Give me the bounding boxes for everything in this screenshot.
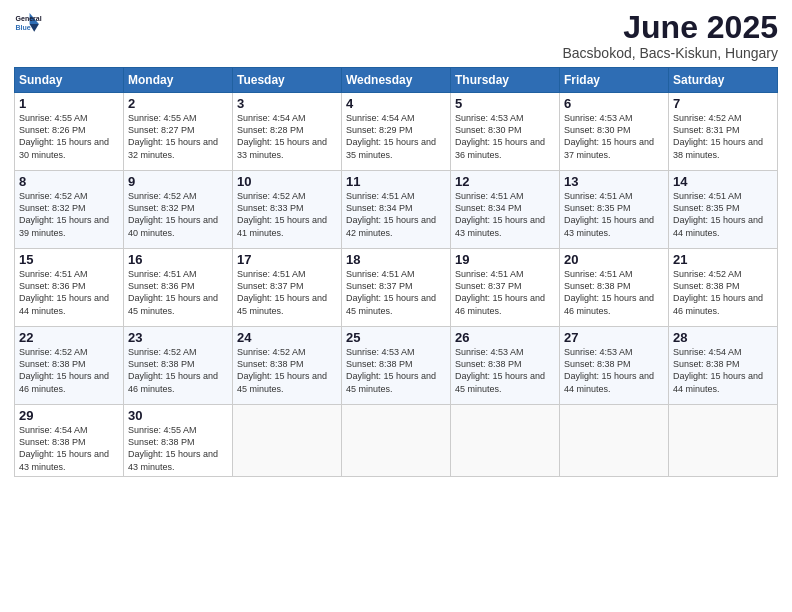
day-info: Sunrise: 4:51 AM Sunset: 8:36 PM Dayligh… xyxy=(128,268,228,317)
day-number: 10 xyxy=(237,174,337,189)
day-info: Sunrise: 4:52 AM Sunset: 8:33 PM Dayligh… xyxy=(237,190,337,239)
day-cell: 23 Sunrise: 4:52 AM Sunset: 8:38 PM Dayl… xyxy=(124,327,233,405)
day-info: Sunrise: 4:53 AM Sunset: 8:38 PM Dayligh… xyxy=(564,346,664,395)
day-cell: 1 Sunrise: 4:55 AM Sunset: 8:26 PM Dayli… xyxy=(15,93,124,171)
day-cell: 19 Sunrise: 4:51 AM Sunset: 8:37 PM Dayl… xyxy=(451,249,560,327)
day-info: Sunrise: 4:55 AM Sunset: 8:27 PM Dayligh… xyxy=(128,112,228,161)
day-number: 1 xyxy=(19,96,119,111)
day-info: Sunrise: 4:51 AM Sunset: 8:34 PM Dayligh… xyxy=(455,190,555,239)
col-tuesday: Tuesday xyxy=(233,68,342,93)
day-number: 6 xyxy=(564,96,664,111)
day-number: 21 xyxy=(673,252,773,267)
day-number: 18 xyxy=(346,252,446,267)
day-info: Sunrise: 4:52 AM Sunset: 8:31 PM Dayligh… xyxy=(673,112,773,161)
day-number: 2 xyxy=(128,96,228,111)
day-number: 15 xyxy=(19,252,119,267)
day-number: 14 xyxy=(673,174,773,189)
col-saturday: Saturday xyxy=(669,68,778,93)
day-info: Sunrise: 4:51 AM Sunset: 8:37 PM Dayligh… xyxy=(455,268,555,317)
day-number: 25 xyxy=(346,330,446,345)
title-block: June 2025 Bacsbokod, Bacs-Kiskun, Hungar… xyxy=(562,10,778,61)
empty-cell xyxy=(560,405,669,477)
day-number: 4 xyxy=(346,96,446,111)
day-cell: 9 Sunrise: 4:52 AM Sunset: 8:32 PM Dayli… xyxy=(124,171,233,249)
day-number: 3 xyxy=(237,96,337,111)
day-cell: 7 Sunrise: 4:52 AM Sunset: 8:31 PM Dayli… xyxy=(669,93,778,171)
day-info: Sunrise: 4:53 AM Sunset: 8:30 PM Dayligh… xyxy=(455,112,555,161)
day-number: 24 xyxy=(237,330,337,345)
svg-text:General: General xyxy=(16,15,42,22)
day-info: Sunrise: 4:52 AM Sunset: 8:32 PM Dayligh… xyxy=(19,190,119,239)
day-cell: 2 Sunrise: 4:55 AM Sunset: 8:27 PM Dayli… xyxy=(124,93,233,171)
day-cell: 16 Sunrise: 4:51 AM Sunset: 8:36 PM Dayl… xyxy=(124,249,233,327)
day-info: Sunrise: 4:51 AM Sunset: 8:37 PM Dayligh… xyxy=(346,268,446,317)
day-number: 22 xyxy=(19,330,119,345)
day-number: 16 xyxy=(128,252,228,267)
day-info: Sunrise: 4:54 AM Sunset: 8:29 PM Dayligh… xyxy=(346,112,446,161)
col-monday: Monday xyxy=(124,68,233,93)
day-info: Sunrise: 4:54 AM Sunset: 8:38 PM Dayligh… xyxy=(673,346,773,395)
day-number: 12 xyxy=(455,174,555,189)
day-cell: 22 Sunrise: 4:52 AM Sunset: 8:38 PM Dayl… xyxy=(15,327,124,405)
day-number: 26 xyxy=(455,330,555,345)
svg-text:Blue: Blue xyxy=(16,24,31,31)
day-cell: 20 Sunrise: 4:51 AM Sunset: 8:38 PM Dayl… xyxy=(560,249,669,327)
day-number: 8 xyxy=(19,174,119,189)
day-info: Sunrise: 4:51 AM Sunset: 8:37 PM Dayligh… xyxy=(237,268,337,317)
day-cell: 25 Sunrise: 4:53 AM Sunset: 8:38 PM Dayl… xyxy=(342,327,451,405)
day-info: Sunrise: 4:52 AM Sunset: 8:38 PM Dayligh… xyxy=(128,346,228,395)
day-cell: 30 Sunrise: 4:55 AM Sunset: 8:38 PM Dayl… xyxy=(124,405,233,477)
header: General Blue June 2025 Bacsbokod, Bacs-K… xyxy=(14,10,778,61)
day-cell: 11 Sunrise: 4:51 AM Sunset: 8:34 PM Dayl… xyxy=(342,171,451,249)
day-number: 29 xyxy=(19,408,119,423)
day-number: 30 xyxy=(128,408,228,423)
col-thursday: Thursday xyxy=(451,68,560,93)
day-number: 13 xyxy=(564,174,664,189)
day-number: 11 xyxy=(346,174,446,189)
col-sunday: Sunday xyxy=(15,68,124,93)
day-number: 17 xyxy=(237,252,337,267)
day-cell: 4 Sunrise: 4:54 AM Sunset: 8:29 PM Dayli… xyxy=(342,93,451,171)
day-number: 7 xyxy=(673,96,773,111)
day-cell: 17 Sunrise: 4:51 AM Sunset: 8:37 PM Dayl… xyxy=(233,249,342,327)
page: General Blue June 2025 Bacsbokod, Bacs-K… xyxy=(0,0,792,612)
day-info: Sunrise: 4:51 AM Sunset: 8:38 PM Dayligh… xyxy=(564,268,664,317)
day-cell: 26 Sunrise: 4:53 AM Sunset: 8:38 PM Dayl… xyxy=(451,327,560,405)
day-cell: 5 Sunrise: 4:53 AM Sunset: 8:30 PM Dayli… xyxy=(451,93,560,171)
main-title: June 2025 xyxy=(562,10,778,45)
day-info: Sunrise: 4:55 AM Sunset: 8:26 PM Dayligh… xyxy=(19,112,119,161)
day-info: Sunrise: 4:52 AM Sunset: 8:32 PM Dayligh… xyxy=(128,190,228,239)
logo-icon: General Blue xyxy=(14,10,42,38)
day-info: Sunrise: 4:51 AM Sunset: 8:36 PM Dayligh… xyxy=(19,268,119,317)
day-info: Sunrise: 4:53 AM Sunset: 8:30 PM Dayligh… xyxy=(564,112,664,161)
day-cell: 14 Sunrise: 4:51 AM Sunset: 8:35 PM Dayl… xyxy=(669,171,778,249)
empty-cell xyxy=(342,405,451,477)
day-number: 27 xyxy=(564,330,664,345)
col-friday: Friday xyxy=(560,68,669,93)
empty-cell xyxy=(451,405,560,477)
day-info: Sunrise: 4:54 AM Sunset: 8:38 PM Dayligh… xyxy=(19,424,119,473)
day-cell: 15 Sunrise: 4:51 AM Sunset: 8:36 PM Dayl… xyxy=(15,249,124,327)
day-cell: 8 Sunrise: 4:52 AM Sunset: 8:32 PM Dayli… xyxy=(15,171,124,249)
day-info: Sunrise: 4:52 AM Sunset: 8:38 PM Dayligh… xyxy=(19,346,119,395)
day-cell: 21 Sunrise: 4:52 AM Sunset: 8:38 PM Dayl… xyxy=(669,249,778,327)
day-cell: 10 Sunrise: 4:52 AM Sunset: 8:33 PM Dayl… xyxy=(233,171,342,249)
day-cell: 28 Sunrise: 4:54 AM Sunset: 8:38 PM Dayl… xyxy=(669,327,778,405)
subtitle: Bacsbokod, Bacs-Kiskun, Hungary xyxy=(562,45,778,61)
day-cell: 18 Sunrise: 4:51 AM Sunset: 8:37 PM Dayl… xyxy=(342,249,451,327)
header-row: Sunday Monday Tuesday Wednesday Thursday… xyxy=(15,68,778,93)
day-info: Sunrise: 4:51 AM Sunset: 8:35 PM Dayligh… xyxy=(564,190,664,239)
day-number: 23 xyxy=(128,330,228,345)
day-info: Sunrise: 4:53 AM Sunset: 8:38 PM Dayligh… xyxy=(455,346,555,395)
logo: General Blue xyxy=(14,10,42,38)
day-number: 19 xyxy=(455,252,555,267)
col-wednesday: Wednesday xyxy=(342,68,451,93)
day-info: Sunrise: 4:54 AM Sunset: 8:28 PM Dayligh… xyxy=(237,112,337,161)
day-cell: 3 Sunrise: 4:54 AM Sunset: 8:28 PM Dayli… xyxy=(233,93,342,171)
empty-cell xyxy=(233,405,342,477)
day-cell: 12 Sunrise: 4:51 AM Sunset: 8:34 PM Dayl… xyxy=(451,171,560,249)
day-cell: 24 Sunrise: 4:52 AM Sunset: 8:38 PM Dayl… xyxy=(233,327,342,405)
day-number: 20 xyxy=(564,252,664,267)
day-info: Sunrise: 4:51 AM Sunset: 8:35 PM Dayligh… xyxy=(673,190,773,239)
day-cell: 6 Sunrise: 4:53 AM Sunset: 8:30 PM Dayli… xyxy=(560,93,669,171)
